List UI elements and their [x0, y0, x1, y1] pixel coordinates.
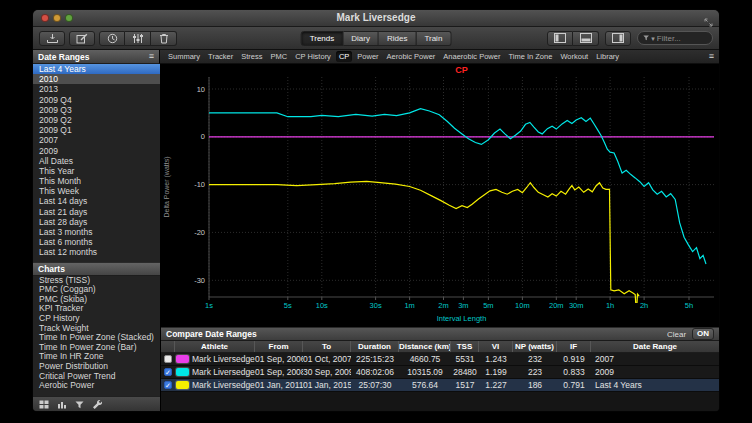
tab-stress[interactable]: Stress — [238, 51, 265, 62]
interval-button[interactable] — [99, 31, 125, 46]
column-header[interactable]: TSS — [451, 341, 479, 352]
column-header[interactable]: To — [303, 341, 351, 352]
row-checkbox[interactable] — [164, 355, 172, 363]
tab-summary[interactable]: Summary — [165, 51, 203, 62]
view-tab-diary[interactable]: Diary — [343, 31, 379, 46]
funnel-icon[interactable] — [75, 395, 84, 411]
tab-anaerobic-power[interactable]: Anaerobic Power — [440, 51, 503, 62]
tab-time-in-zone[interactable]: Time In Zone — [505, 51, 555, 62]
chart-library-item[interactable]: Aerobic Power — [33, 381, 160, 391]
view-tab-trends[interactable]: Trends — [301, 31, 344, 46]
sidebar-toggle-button[interactable] — [547, 31, 573, 46]
date-range-item[interactable]: Last 21 days — [33, 207, 160, 217]
chart-library-item[interactable]: KPI Tracker — [33, 304, 160, 314]
view-tab-train[interactable]: Train — [416, 31, 451, 46]
chart-library-item[interactable]: Time In HR Zone — [33, 352, 160, 362]
cell-if: 0.791 — [557, 380, 591, 390]
date-range-item[interactable]: This Week — [33, 186, 160, 196]
delete-button[interactable] — [151, 31, 177, 46]
date-range-item[interactable]: This Year — [33, 166, 160, 176]
minimize-button[interactable] — [53, 14, 61, 22]
chart-library-item[interactable]: Time In Power Zone (Bar) — [33, 343, 160, 353]
bar-chart-icon[interactable] — [57, 395, 67, 411]
column-header[interactable]: VI — [479, 341, 513, 352]
chart-library-item[interactable]: Power Distribution — [33, 362, 160, 372]
tab-pmc[interactable]: PMC — [268, 51, 291, 62]
date-range-item[interactable]: 2010 — [33, 74, 160, 84]
tab-aerobic-power[interactable]: Aerobic Power — [384, 51, 439, 62]
options-button[interactable] — [125, 31, 151, 46]
tab-cp[interactable]: CP — [336, 51, 352, 62]
date-range-item[interactable]: 2009 Q4 — [33, 95, 160, 105]
wrench-icon[interactable] — [92, 395, 102, 411]
row-checkbox[interactable]: ✓ — [164, 381, 172, 389]
chart-library-item[interactable]: PMC (Skiba) — [33, 295, 160, 305]
zoom-button[interactable] — [65, 14, 73, 22]
compare-row[interactable]: ✓Mark Liversedge01 Jan, 201101 Jan, 2015… — [161, 379, 719, 392]
content-area: Last 4 Years201020132009 Q42009 Q32009 Q… — [33, 64, 719, 411]
column-header[interactable]: Distance (km) — [399, 341, 451, 352]
compose-button[interactable] — [69, 31, 95, 46]
cell-duration: 25:07:30 — [351, 380, 399, 390]
row-checkbox[interactable]: ✓ — [164, 368, 172, 376]
date-range-item[interactable]: 2009 Q2 — [33, 115, 160, 125]
column-header[interactable]: From — [255, 341, 303, 352]
date-range-item[interactable]: All Dates — [33, 156, 160, 166]
date-range-item[interactable]: Last 6 months — [33, 237, 160, 247]
compare-row[interactable]: ✓Mark Liversedge01 Sep, 200830 Sep, 2009… — [161, 366, 719, 379]
lowbar-toggle-button[interactable] — [573, 31, 599, 46]
tab-tracker[interactable]: Tracker — [205, 51, 236, 62]
chart-library-item[interactable]: PMC (Coggan) — [33, 285, 160, 295]
tab-workout[interactable]: Workout — [557, 51, 591, 62]
tab-power[interactable]: Power — [354, 51, 381, 62]
cp-chart[interactable]: 1s5s10s30s1m2m3m5m10m20m30m1h2h5h100-10-… — [161, 64, 719, 327]
date-range-item[interactable]: Last 14 days — [33, 196, 160, 206]
date-range-item[interactable]: This Month — [33, 176, 160, 186]
tab-cp-history[interactable]: CP History — [292, 51, 334, 62]
cell-from: 01 Jan, 2011 — [255, 380, 303, 390]
chart-library-item[interactable]: Stress (TISS) — [33, 276, 160, 286]
cp-chart-area[interactable]: 1s5s10s30s1m2m3m5m10m20m30m1h2h5h100-10-… — [161, 64, 719, 327]
title-bar[interactable]: Mark Liversedge — [33, 10, 719, 27]
chart-library-item[interactable]: Critical Power Trend — [33, 372, 160, 382]
filter-input[interactable] — [657, 34, 707, 43]
date-range-item[interactable]: 2007 — [33, 135, 160, 145]
date-ranges-menu-icon[interactable]: ≡ — [149, 52, 154, 61]
cell-tss: 1517 — [451, 380, 479, 390]
column-header[interactable]: Date Range — [591, 341, 719, 352]
chart-library-item[interactable]: Time In Power Zone (Stacked) — [33, 333, 160, 343]
chart-library-item[interactable]: CP History — [33, 314, 160, 324]
chart-library-list: Stress (TISS)PMC (Coggan)PMC (Skiba)KPI … — [33, 276, 160, 391]
import-button[interactable] — [39, 31, 65, 46]
date-range-item[interactable]: Last 3 months — [33, 227, 160, 237]
cell-to: 01 Oct, 2007 — [303, 354, 351, 364]
column-header[interactable]: Athlete — [175, 341, 255, 352]
svg-text:30m: 30m — [569, 301, 584, 310]
clear-button[interactable]: Clear — [667, 330, 687, 339]
close-button[interactable] — [41, 14, 49, 22]
view-tab-rides[interactable]: Rides — [379, 31, 416, 46]
panel-right-icon — [612, 33, 624, 43]
tab-library[interactable]: Library — [593, 51, 622, 62]
date-range-item[interactable]: Last 28 days — [33, 217, 160, 227]
column-header[interactable]: NP (watts) — [513, 341, 557, 352]
chart-tabs-menu-icon[interactable]: ≡ — [709, 52, 714, 61]
chart-library-item[interactable]: Track Weight — [33, 324, 160, 334]
grid-icon[interactable] — [39, 395, 49, 411]
svg-text:1h: 1h — [606, 301, 614, 310]
styles-button[interactable] — [605, 31, 631, 46]
compare-on-toggle[interactable]: ON — [692, 328, 714, 340]
series-color-swatch — [176, 355, 189, 363]
column-header[interactable]: IF — [557, 341, 591, 352]
svg-text:5m: 5m — [483, 301, 493, 310]
compare-row[interactable]: Mark Liversedge01 Sep, 200601 Oct, 20072… — [161, 353, 719, 366]
date-range-item[interactable]: 2013 — [33, 84, 160, 94]
filter-search-field[interactable]: ▾ — [637, 31, 713, 45]
date-range-item[interactable]: 2009 — [33, 146, 160, 156]
date-range-item[interactable]: Last 12 months — [33, 247, 160, 257]
compose-icon — [76, 33, 88, 44]
column-header[interactable]: Duration — [351, 341, 399, 352]
date-range-item[interactable]: 2009 Q1 — [33, 125, 160, 135]
date-range-item[interactable]: 2009 Q3 — [33, 105, 160, 115]
date-range-item[interactable]: Last 4 Years — [33, 64, 160, 74]
